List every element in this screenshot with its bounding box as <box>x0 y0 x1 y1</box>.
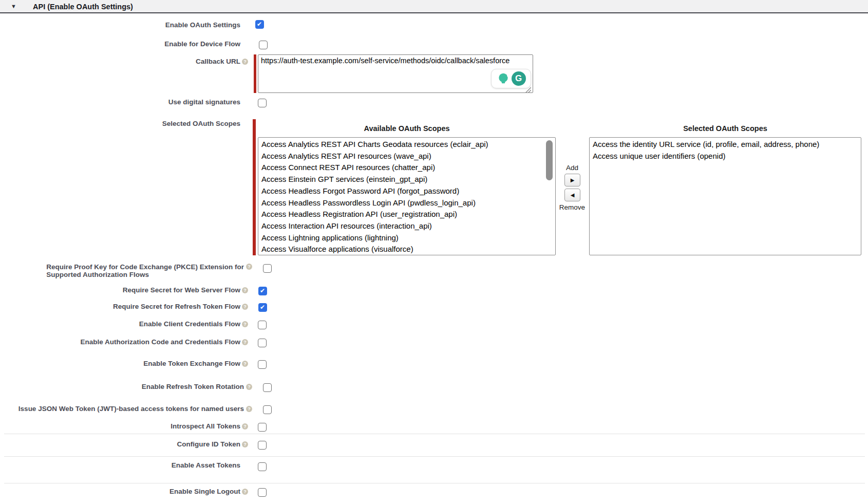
required-indicator <box>253 119 256 255</box>
client-credentials-label: Enable Client Credentials Flow <box>139 320 240 328</box>
device-flow-checkbox[interactable] <box>259 41 268 49</box>
help-icon[interactable]: ? <box>246 384 252 390</box>
refresh-rotation-checkbox[interactable] <box>263 383 272 392</box>
help-icon[interactable]: ? <box>242 321 248 327</box>
resize-handle-icon[interactable] <box>524 86 531 93</box>
selected-scopes-list[interactable]: Access the identity URL service (id, pro… <box>589 137 861 255</box>
device-flow-label: Enable for Device Flow <box>164 40 240 48</box>
configure-id-token-checkbox[interactable] <box>258 441 267 450</box>
oauth-scopes-label: Selected OAuth Scopes <box>162 120 240 127</box>
pkce-label-line2: Supported Authorization Flows <box>46 271 244 278</box>
divider <box>4 456 865 457</box>
required-indicator <box>254 54 256 93</box>
introspect-checkbox[interactable] <box>258 423 267 432</box>
lightbulb-icon[interactable] <box>497 72 510 85</box>
web-server-secret-checkbox[interactable] <box>258 287 267 295</box>
pkce-label: Require Proof Key for Code Exchange (PKC… <box>46 263 244 278</box>
selected-scopes-header: Selected OAuth Scopes <box>589 124 861 133</box>
collapse-icon[interactable]: ▼ <box>11 3 16 9</box>
help-icon[interactable]: ? <box>246 264 252 270</box>
help-icon[interactable]: ? <box>242 423 248 430</box>
available-scopes-header: Available OAuth Scopes <box>258 124 556 133</box>
configure-id-token-label: Configure ID Token <box>177 440 241 448</box>
section-header[interactable]: ▼ API (Enable OAuth Settings) <box>0 0 868 13</box>
scope-option[interactable]: Access Lightning applications (lightning… <box>258 232 555 244</box>
help-icon[interactable]: ? <box>242 339 248 345</box>
single-logout-checkbox[interactable] <box>258 488 267 497</box>
available-scopes-list[interactable]: Access Analytics REST API Charts Geodata… <box>258 137 556 255</box>
pkce-checkbox[interactable] <box>263 264 272 273</box>
refresh-rotation-label: Enable Refresh Token Rotation <box>142 383 244 390</box>
digital-signatures-checkbox[interactable] <box>258 99 267 107</box>
scope-option[interactable]: Access unique user identifiers (openid) <box>590 151 861 162</box>
scope-option[interactable]: Access Connect REST API resources (chatt… <box>258 162 555 174</box>
scope-option[interactable]: Access Visualforce applications (visualf… <box>258 244 555 255</box>
grammarly-icon[interactable]: G <box>512 71 526 86</box>
single-logout-label: Enable Single Logout <box>169 488 240 495</box>
scope-option[interactable]: Access Headless Registration API (user_r… <box>258 209 555 220</box>
help-icon[interactable]: ? <box>242 441 248 447</box>
oauth-settings-section: ▼ API (Enable OAuth Settings) Enable OAu… <box>0 0 868 504</box>
divider <box>4 434 865 434</box>
refresh-token-secret-checkbox[interactable] <box>258 303 267 312</box>
refresh-token-secret-label: Require Secret for Refresh Token Flow <box>113 303 240 310</box>
section-title: API (Enable OAuth Settings) <box>33 3 133 11</box>
scope-option[interactable]: Access Interaction API resources (intera… <box>258 220 555 232</box>
asset-tokens-label: Enable Asset Tokens <box>172 461 240 469</box>
scope-option[interactable]: Access Einstein GPT services (einstein_g… <box>258 174 555 185</box>
remove-button[interactable]: ◀ <box>564 189 580 201</box>
scope-option[interactable]: Access Analytics REST API resources (wav… <box>258 151 555 162</box>
scrollbar-thumb[interactable] <box>546 140 553 180</box>
help-icon[interactable]: ? <box>246 406 252 412</box>
scope-option[interactable]: Access Analytics REST API Charts Geodata… <box>258 139 555 151</box>
add-label: Add <box>557 164 588 172</box>
add-arrow-icon: ▶ <box>571 177 575 183</box>
help-icon[interactable]: ? <box>242 287 248 293</box>
jwt-tokens-label: Issue JSON Web Token (JWT)-based access … <box>18 405 244 413</box>
scope-option[interactable]: Access the identity URL service (id, pro… <box>590 139 861 151</box>
auth-code-credentials-checkbox[interactable] <box>258 339 267 347</box>
asset-tokens-checkbox[interactable] <box>258 462 267 471</box>
token-exchange-checkbox[interactable] <box>258 360 267 369</box>
pkce-label-line1: Require Proof Key for Code Exchange (PKC… <box>46 263 244 271</box>
scope-option[interactable]: Access Headless Forgot Password API (for… <box>258 185 555 197</box>
remove-label: Remove <box>557 203 588 211</box>
remove-arrow-icon: ◀ <box>571 192 575 198</box>
client-credentials-checkbox[interactable] <box>258 321 267 329</box>
enable-oauth-checkbox[interactable] <box>255 20 264 29</box>
help-icon[interactable]: ? <box>242 489 248 495</box>
browser-extension-pill: G <box>491 69 531 88</box>
introspect-label: Introspect All Tokens <box>171 422 240 430</box>
web-server-secret-label: Require Secret for Web Server Flow <box>123 286 240 294</box>
help-icon[interactable]: ? <box>242 304 248 310</box>
auth-code-credentials-label: Enable Authorization Code and Credential… <box>80 338 240 346</box>
divider <box>4 483 865 483</box>
help-icon[interactable]: ? <box>242 59 248 65</box>
add-button[interactable]: ▶ <box>564 174 580 186</box>
callback-url-label: Callback URL <box>196 58 240 65</box>
scope-option[interactable]: Access Headless Passwordless Login API (… <box>258 197 555 209</box>
jwt-tokens-checkbox[interactable] <box>263 405 272 414</box>
digital-signatures-label: Use digital signatures <box>168 98 240 106</box>
token-exchange-label: Enable Token Exchange Flow <box>143 360 240 367</box>
enable-oauth-label: Enable OAuth Settings <box>165 21 240 29</box>
help-icon[interactable]: ? <box>242 361 248 367</box>
